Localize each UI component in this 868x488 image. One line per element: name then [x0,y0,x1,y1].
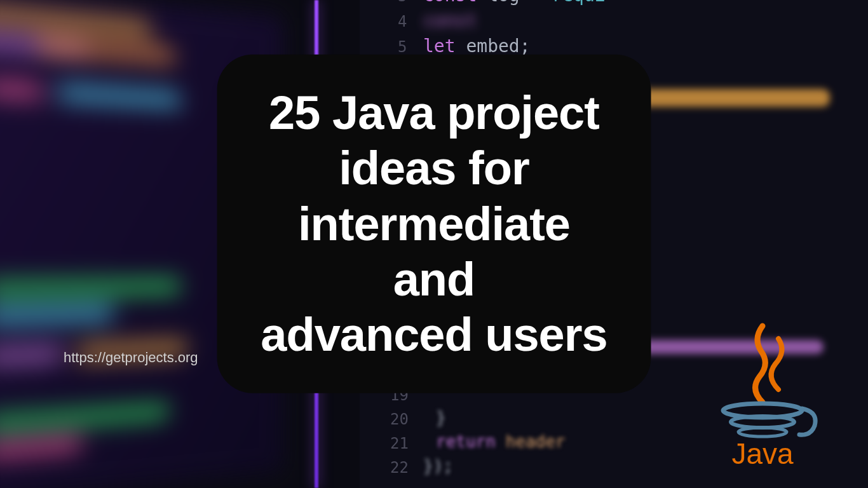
title-line-1: 25 Java project ideas for [269,86,599,194]
svg-text:Java: Java [731,437,794,469]
code-line-20: } [436,408,446,427]
website-url: https://getprojects.org [64,349,198,366]
line-number: 21 [390,435,409,452]
main-heading: 25 Java project ideas for intermediate a… [257,85,612,363]
title-card: 25 Java project ideas for intermediate a… [217,55,651,393]
code-line-3: const log = requi [423,0,606,6]
java-logo-icon: Java [693,316,832,469]
svg-point-2 [738,428,787,437]
svg-point-1 [731,416,794,428]
title-line-2: intermediate and [298,197,570,305]
code-line-21: return header [436,432,566,451]
line-number: 4 [398,13,407,30]
line-number: 5 [398,38,407,56]
title-line-3: advanced users [261,308,607,361]
line-number: 22 [390,459,409,477]
java-logo: Java [693,316,832,469]
line-number: 3 [398,0,407,5]
code-line-5: let embed; [423,36,531,57]
code-line-22: }); [423,456,453,475]
code-line-4: const [423,10,477,31]
line-number: 20 [390,410,409,428]
